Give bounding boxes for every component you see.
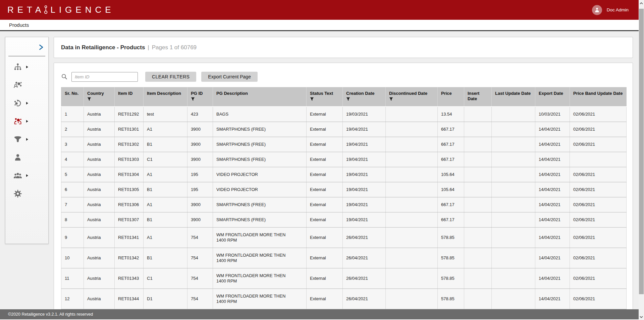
column-header[interactable]: Country [84, 87, 115, 107]
table-row: 6AustriaRET01305B1195VIDEO PROJECTORExte… [61, 182, 627, 197]
column-header[interactable]: PG Description [213, 87, 307, 107]
table-cell [386, 167, 438, 182]
funnel-icon [13, 135, 22, 144]
table-cell: 3900 [187, 152, 213, 167]
table-cell: 105.64 [438, 182, 464, 197]
column-header[interactable]: Insert Date [464, 87, 492, 107]
tab-products[interactable]: Products [9, 22, 29, 28]
avatar [592, 5, 602, 15]
table-cell: External [307, 152, 343, 167]
table-cell: 6 [61, 182, 84, 197]
table-cell [386, 289, 438, 309]
column-header[interactable]: PG ID [187, 87, 213, 107]
table-cell: RET01304 [115, 167, 144, 182]
table-cell: RET01292 [115, 107, 144, 122]
table-cell: External [307, 228, 343, 248]
sidebar-item-data-sync[interactable] [5, 94, 48, 112]
table-cell: 14/04/2021 [535, 289, 570, 309]
sidebar-item-hierarchy[interactable] [5, 58, 48, 76]
table-cell [386, 212, 438, 228]
search-input[interactable] [71, 72, 138, 82]
submenu-caret-icon [26, 66, 28, 68]
data-table-card: CLEAR FILTERS Export Current Page Sr. No… [54, 63, 633, 319]
table-cell: D1 [144, 289, 187, 309]
filter-icon[interactable] [389, 97, 393, 101]
clear-filters-button[interactable]: CLEAR FILTERS [145, 72, 196, 82]
column-header[interactable]: Sr. No. [61, 87, 84, 107]
table-cell [464, 122, 492, 137]
table-cell: 105.64 [438, 167, 464, 182]
column-header[interactable]: Discontinued Date [386, 87, 438, 107]
column-header[interactable]: Price Band Update Date [570, 87, 627, 107]
scroll-up-icon[interactable] [639, 0, 644, 6]
table-cell: 667.17 [438, 152, 464, 167]
table-cell: 14/04/2021 [535, 167, 570, 182]
column-header[interactable]: Creation Date [343, 87, 386, 107]
table-cell [492, 137, 535, 152]
gear-icon [13, 189, 22, 198]
table-cell: WM FRONTLOADER MORE THEN 1400 RPM [213, 248, 307, 268]
breadcrumb-bar: Products [0, 20, 644, 31]
table-cell: RET01303 [115, 152, 144, 167]
table-cell [492, 182, 535, 197]
table-cell: RET01344 [115, 289, 144, 309]
table-cell: 19/04/2021 [343, 182, 386, 197]
table-cell: External [307, 289, 343, 309]
table-cell: RET01302 [115, 137, 144, 152]
table-cell: 14/04/2021 [535, 182, 570, 197]
scrollbar-thumb[interactable] [639, 9, 644, 294]
table-body: 1AustriaRET01292test423BAGSExternal19/03… [61, 107, 627, 311]
column-header-label: Price Band Update Date [573, 91, 623, 96]
sidebar-item-user[interactable] [5, 148, 48, 167]
table-cell: External [307, 107, 343, 122]
column-header[interactable]: Last Update Date [492, 87, 535, 107]
filter-icon[interactable] [191, 97, 195, 101]
table-cell: 26/04/2021 [343, 289, 386, 309]
table-row: 9AustriaRET01341A1754WM FRONTLOADER MORE… [61, 228, 627, 248]
table-cell [464, 137, 492, 152]
sidebar-item-settings[interactable] [5, 185, 48, 203]
table-cell: 3900 [187, 197, 213, 212]
pin-icon [44, 5, 48, 15]
sidebar-item-products-data[interactable] [5, 112, 48, 130]
filter-icon[interactable] [346, 97, 350, 101]
table-cell: 02/06/2021 [570, 268, 627, 289]
table-cell [386, 268, 438, 289]
column-header[interactable]: Item Description [144, 87, 187, 107]
column-header-label: Price [441, 91, 461, 96]
sidebar-expand-button[interactable] [38, 44, 44, 51]
sidebar-item-funnel[interactable] [5, 130, 48, 148]
filter-icon[interactable] [87, 97, 91, 101]
logo-text-right: LIGENCE [50, 5, 114, 15]
table-cell: 3 [61, 137, 84, 152]
table-cell: test [144, 107, 187, 122]
table-cell: 02/06/2021 [570, 212, 627, 228]
table-cell: 19/04/2021 [343, 167, 386, 182]
table-cell: 12 [61, 289, 84, 309]
table-cell: Austria [84, 197, 115, 212]
column-header[interactable]: Item ID [115, 87, 144, 107]
scroll-down-icon[interactable] [639, 314, 644, 320]
table-cell [570, 152, 627, 167]
table-cell: Austria [84, 212, 115, 228]
filter-icon[interactable] [310, 97, 314, 101]
table-cell: 19/04/2021 [343, 122, 386, 137]
user-menu[interactable]: Doc Admin [592, 0, 629, 20]
table-cell: 19/03/2021 [343, 107, 386, 122]
export-current-page-button[interactable]: Export Current Page [201, 72, 258, 82]
table-cell: 14/04/2021 [535, 248, 570, 268]
table-cell [464, 289, 492, 309]
table-cell: WM FRONTLOADER MORE THEN 1400 RPM [213, 289, 307, 309]
table-cell [492, 197, 535, 212]
column-header-label: Discontinued Date [389, 91, 434, 96]
table-cell: External [307, 137, 343, 152]
column-header[interactable]: Export Date [535, 87, 570, 107]
sidebar-item-user-groups[interactable] [5, 167, 48, 185]
column-header[interactable]: Price [438, 87, 464, 107]
sidebar-item-cluster-search[interactable] [5, 76, 48, 94]
page-scrollbar[interactable] [639, 0, 644, 320]
table-cell: 578.85 [438, 248, 464, 268]
column-header[interactable]: Status Text [307, 87, 343, 107]
table-cell: 14/04/2021 [535, 137, 570, 152]
table-cell: 5 [61, 167, 84, 182]
